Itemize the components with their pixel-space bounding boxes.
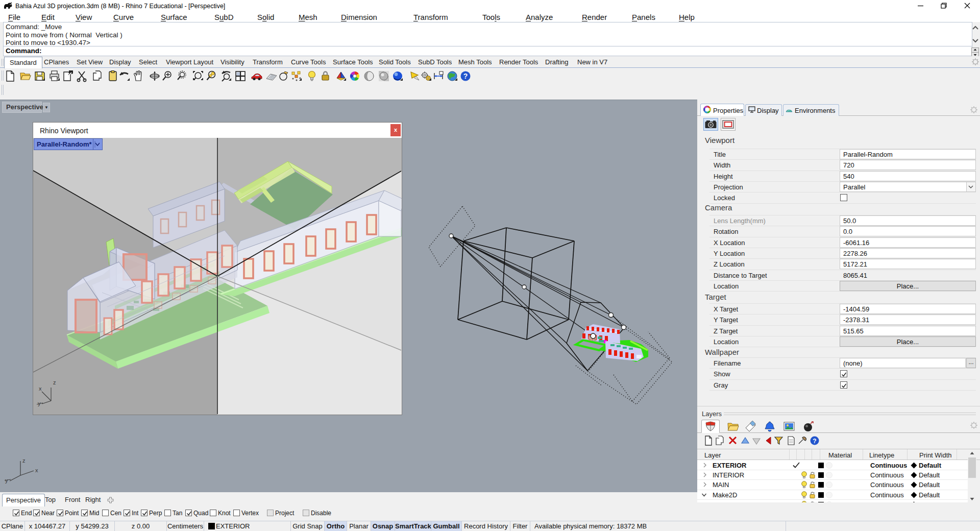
svg-text:z: z	[53, 379, 56, 385]
svg-text:?: ?	[463, 72, 468, 80]
svg-text:?: ?	[813, 438, 816, 445]
svg-text:x: x	[39, 385, 42, 392]
svg-text:x: x	[35, 467, 38, 473]
svg-text:z: z	[22, 457, 26, 464]
